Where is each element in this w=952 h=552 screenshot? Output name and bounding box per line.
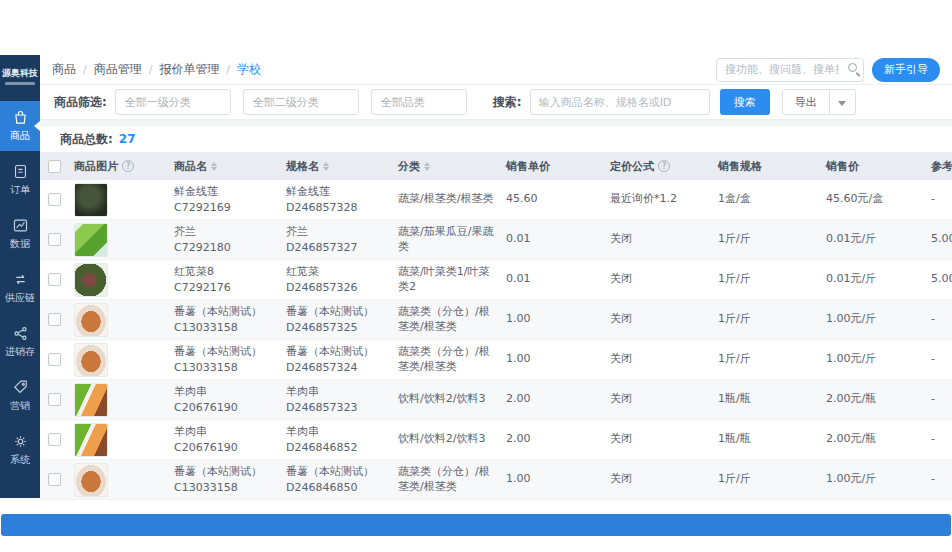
product-image[interactable]	[74, 423, 108, 457]
breadcrumb-item-goods-management[interactable]: 商品管理	[76, 61, 142, 78]
row-checkbox[interactable]	[48, 273, 61, 286]
table-row[interactable]: 番薯（本站测试） C13033158 番薯（本站测试） D246857325 蔬…	[40, 300, 952, 340]
column-header-ref-cost: 参考成本	[925, 159, 952, 174]
spec-code: D246846850	[286, 480, 386, 495]
row-checkbox-cell	[40, 393, 68, 406]
category-cell: 饮料/饮料2/饮料3	[392, 392, 500, 407]
product-image[interactable]	[74, 463, 108, 497]
row-checkbox[interactable]	[48, 433, 61, 446]
help-icon[interactable]	[122, 160, 134, 172]
product-image[interactable]	[74, 263, 108, 297]
app-window: 源奥科技 商品 订单 数据 供应链	[0, 0, 952, 552]
breadcrumb-item-quotation-management[interactable]: 报价单管理	[142, 61, 220, 78]
category-type-select[interactable]: 全部品类	[371, 89, 467, 115]
sale-spec-cell: 1瓶/瓶	[712, 392, 820, 407]
spec-name-cell: 羊肉串 D246846852	[280, 424, 392, 455]
row-checkbox[interactable]	[48, 353, 61, 366]
product-image[interactable]	[74, 303, 108, 337]
column-header-label: 商品图片	[74, 159, 118, 174]
product-image[interactable]	[74, 183, 108, 217]
breadcrumb-item-school[interactable]: 学校	[219, 61, 261, 78]
export-dropdown-button[interactable]	[830, 89, 856, 115]
table-row[interactable]: 芥兰 C7292180 芥兰 D246857327 蔬菜/茄果瓜豆/果蔬类 0.…	[40, 220, 952, 260]
spec-code: D246846852	[286, 440, 386, 455]
select-all-cell	[40, 160, 68, 173]
sort-icon[interactable]	[211, 162, 217, 171]
row-checkbox[interactable]	[48, 233, 61, 246]
sale-price-cell: 1.00元/斤	[820, 352, 925, 367]
sidebar-item-system[interactable]: 系统	[0, 425, 40, 475]
product-search-input[interactable]	[530, 89, 710, 115]
horizontal-scrollbar[interactable]	[1, 514, 951, 536]
global-search-input[interactable]	[716, 58, 864, 82]
sidebar-item-supply-chain[interactable]: 供应链	[0, 263, 40, 313]
product-name: 红苋菜8	[174, 264, 274, 279]
search-icon[interactable]	[848, 63, 857, 72]
column-header-spec[interactable]: 规格名	[280, 159, 392, 174]
sale-price-cell: 1.00元/斤	[820, 472, 925, 487]
product-image[interactable]	[74, 223, 108, 257]
main-content: 商品 商品管理 报价单管理 学校 新手引导 商品筛选: 全部一级分类 全部二级分…	[40, 55, 952, 500]
select-all-checkbox[interactable]	[48, 160, 61, 173]
unit-price-cell: 1.00	[500, 472, 604, 487]
spec-name-cell: 番薯（本站测试） D246857325	[280, 304, 392, 335]
sidebar-item-label: 系统	[10, 453, 30, 467]
row-checkbox[interactable]	[48, 313, 61, 326]
category-cell: 蔬菜类（分仓）/根茎类/根茎类	[392, 305, 500, 335]
table-row[interactable]: 红苋菜8 C7292176 红苋菜 D246857326 蔬菜/叶菜类1/叶菜类…	[40, 260, 952, 300]
table-row[interactable]: 番薯（本站测试） C13033158 番薯（本站测试） D246846850 蔬…	[40, 460, 952, 500]
help-icon[interactable]	[658, 160, 670, 172]
product-image[interactable]	[74, 343, 108, 377]
category-level1-select[interactable]: 全部一级分类	[115, 89, 231, 115]
product-code: C13033158	[174, 480, 274, 495]
column-header-name[interactable]: 商品名	[168, 159, 280, 174]
row-checkbox[interactable]	[48, 473, 61, 486]
sort-icon[interactable]	[424, 162, 430, 171]
marketing-icon	[12, 379, 29, 396]
category-level2-select[interactable]: 全部二级分类	[243, 89, 359, 115]
category-cell: 蔬菜/根茎类/根茎类	[392, 192, 500, 207]
search-button[interactable]: 搜索	[720, 89, 770, 115]
ref-cost-cell: -	[925, 432, 952, 447]
product-image-cell	[68, 383, 168, 417]
pricing-formula-cell: 关闭	[604, 392, 712, 407]
sidebar-item-inventory[interactable]: 进销存	[0, 317, 40, 367]
row-checkbox[interactable]	[48, 393, 61, 406]
row-checkbox[interactable]	[48, 193, 61, 206]
table-row[interactable]: 羊肉串 C20676190 羊肉串 D246846852 饮料/饮料2/饮料3 …	[40, 420, 952, 460]
column-header-label: 分类	[398, 159, 420, 174]
sidebar-item-data[interactable]: 数据	[0, 209, 40, 259]
table-header-row: 商品图片 商品名 规格名 分类 销售单价	[40, 152, 952, 180]
sidebar-item-label: 订单	[10, 183, 30, 197]
product-name: 芥兰	[174, 224, 274, 239]
product-name: 羊肉串	[174, 384, 274, 399]
column-header-category[interactable]: 分类	[392, 159, 500, 174]
category-cell: 蔬菜类（分仓）/根茎类/根茎类	[392, 345, 500, 375]
row-checkbox-cell	[40, 353, 68, 366]
export-button[interactable]: 导出	[782, 89, 830, 115]
sidebar-item-label: 数据	[10, 237, 30, 251]
table-row[interactable]: 鲜金线莲 C7292169 鲜金线莲 D246857328 蔬菜/根茎类/根茎类…	[40, 180, 952, 220]
unit-price-cell: 0.01	[500, 232, 604, 247]
table-row[interactable]: 番薯（本站测试） C13033158 番薯（本站测试） D246857324 蔬…	[40, 340, 952, 380]
shopping-bag-icon	[12, 109, 29, 126]
column-header-label: 商品名	[174, 159, 207, 174]
newbie-guide-button[interactable]: 新手引导	[872, 58, 940, 82]
logo-subtitle	[5, 82, 35, 85]
spec-name-cell: 红苋菜 D246857326	[280, 264, 392, 295]
category-cell: 蔬菜类（分仓）/根茎类/根茎类	[392, 465, 500, 495]
column-header-label: 定价公式	[610, 159, 654, 174]
pricing-formula-cell: 最近询价*1.2	[604, 192, 712, 207]
product-image[interactable]	[74, 383, 108, 417]
breadcrumb-item-goods[interactable]: 商品	[52, 61, 76, 78]
sidebar-item-orders[interactable]: 订单	[0, 155, 40, 205]
sidebar-item-marketing[interactable]: 营销	[0, 371, 40, 421]
sale-price-cell: 45.60元/盒	[820, 192, 925, 207]
table-row[interactable]: 羊肉串 C20676190 羊肉串 D246857323 饮料/饮料2/饮料3 …	[40, 380, 952, 420]
sidebar-item-goods[interactable]: 商品	[0, 101, 40, 151]
product-name-cell: 芥兰 C7292180	[168, 224, 280, 255]
product-name-cell: 番薯（本站测试） C13033158	[168, 464, 280, 495]
summary-bar: 商品总数: 27	[40, 126, 952, 152]
sort-icon[interactable]	[323, 162, 329, 171]
table-body: 鲜金线莲 C7292169 鲜金线莲 D246857328 蔬菜/根茎类/根茎类…	[40, 180, 952, 500]
